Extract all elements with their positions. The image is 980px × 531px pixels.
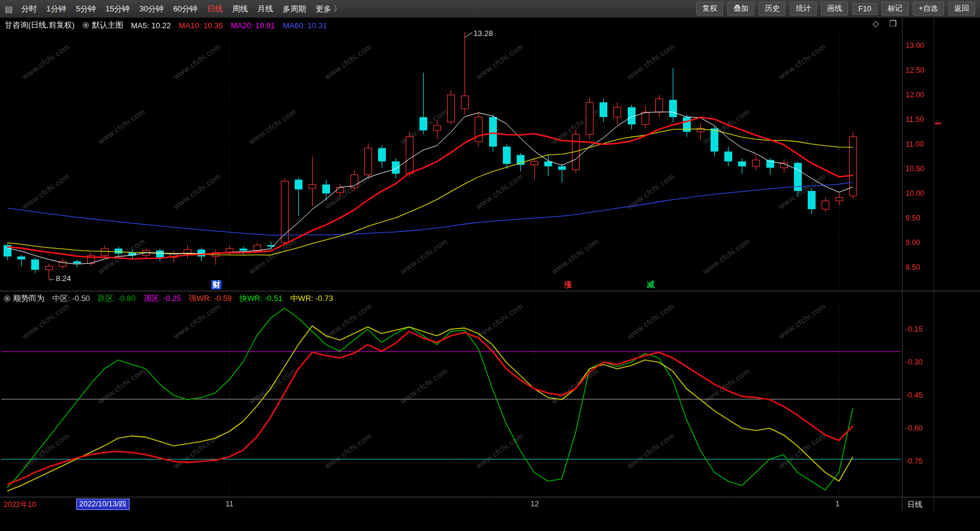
toolbar-period-0[interactable]: 分时 xyxy=(16,2,41,16)
toolbar-action-8[interactable]: 返回 xyxy=(948,2,975,16)
indicator-tick-1: -0.30 xyxy=(906,358,923,366)
toolbar-period-9[interactable]: 多周期 xyxy=(278,2,311,16)
toolbar-period-4[interactable]: 30分钟 xyxy=(134,2,168,16)
toolbar-period-7[interactable]: 周线 xyxy=(227,2,253,16)
indicator-legend-item-2: 顶区: -0.25 xyxy=(143,293,181,304)
price-tick-6: 10.00 xyxy=(906,189,924,198)
main-chart-legend: 甘咨询(日线,前复权) 默认主图 MA5: 10.22MA10: 10.35MA… xyxy=(5,20,327,31)
toggle-circle-icon xyxy=(4,295,11,302)
overlap-window-icon[interactable]: ❐ xyxy=(889,19,897,28)
toolbar-action-6[interactable]: 标记 xyxy=(882,2,909,16)
ma-legend-item-0: MA5: 10.22 xyxy=(131,21,171,30)
ma-legend-item-3: MA60: 10.31 xyxy=(283,21,327,30)
event-marker-1: 涨 xyxy=(563,280,573,290)
indicator-legend-item-3: 强WR: -0.59 xyxy=(189,293,232,304)
toolbar-period-3[interactable]: 15分钟 xyxy=(101,2,134,16)
price-tick-9: 8.50 xyxy=(906,263,920,272)
toolbar-action-2[interactable]: 历史 xyxy=(759,2,786,16)
price-tick-4: 11.00 xyxy=(906,140,924,148)
main-chart-toggle[interactable]: 默认主图 xyxy=(82,20,123,31)
price-tick-5: 10.50 xyxy=(906,165,924,173)
toolbar-action-0[interactable]: 复权 xyxy=(696,2,723,16)
time-label-4: 1 xyxy=(835,500,840,508)
toolbar-period-1[interactable]: 1分钟 xyxy=(41,2,71,16)
ma-legend-item-2: MA20: 10.91 xyxy=(231,21,275,30)
top-toolbar: ▤ 分时1分钟5分钟15分钟30分钟60分钟日线周线月线多周期更多 〉 复权叠加… xyxy=(0,0,980,18)
indicator-legend-item-4: 快WR: -0.51 xyxy=(239,293,283,304)
time-label-0: 2022年10 xyxy=(4,500,36,510)
price-tick-0: 13.00 xyxy=(906,41,924,50)
toolbar-period-2[interactable]: 5分钟 xyxy=(71,2,100,16)
indicator-legend-item-5: 中WR: -0.73 xyxy=(290,293,334,304)
chart-canvas[interactable] xyxy=(0,0,980,531)
price-tick-2: 12.00 xyxy=(906,91,924,99)
indicator-toggle[interactable]: 顺势而为 xyxy=(4,293,44,304)
indicator-tick-0: -0.15 xyxy=(906,325,923,333)
price-tick-7: 9.50 xyxy=(906,214,920,222)
toggle-circle-icon xyxy=(82,22,89,29)
time-label-1: 2022/10/13/四 xyxy=(76,499,130,510)
indicator-tick-4: -0.75 xyxy=(906,457,923,466)
toolbar-period-8[interactable]: 月线 xyxy=(253,2,278,16)
toolbar-action-4[interactable]: 画线 xyxy=(821,2,848,16)
period-tabs: 分时1分钟5分钟15分钟30分钟60分钟日线周线月线多周期更多 〉 xyxy=(16,2,346,16)
menu-icon[interactable]: ▤ xyxy=(5,4,13,14)
toolbar-period-6[interactable]: 日线 xyxy=(202,2,227,16)
toolbar-period-5[interactable]: 60分钟 xyxy=(169,2,202,16)
toolbar-action-3[interactable]: 统计 xyxy=(790,2,817,16)
indicator-tick-2: -0.45 xyxy=(906,391,923,399)
indicator-legend-values: 中区: -0.50跌区: -0.80顶区: -0.25强WR: -0.59快WR… xyxy=(52,293,333,304)
toolbar-action-7[interactable]: +自选 xyxy=(913,2,944,16)
pane-corner-icons: ◇❐ xyxy=(873,19,897,28)
indicator-legend-item-1: 跌区: -0.80 xyxy=(98,293,136,304)
toolbar-action-1[interactable]: 叠加 xyxy=(727,2,754,16)
price-tick-3: 11.50 xyxy=(906,115,924,124)
price-tick-8: 9.00 xyxy=(906,238,920,247)
price-annotation-0: 13.28 xyxy=(473,29,493,38)
toolbar-actions: 复权叠加历史统计画线F10标记+自选返回 xyxy=(696,2,975,16)
bottom-period-label[interactable]: 日线 xyxy=(907,500,922,510)
time-label-2: 11 xyxy=(226,500,233,508)
price-tick-1: 12.50 xyxy=(906,66,924,74)
toolbar-period-10[interactable]: 更多 〉 xyxy=(311,2,346,16)
event-marker-0: 财 xyxy=(211,280,221,290)
time-label-3: 12 xyxy=(531,500,539,508)
price-annotation-1: ←8.24 xyxy=(48,274,71,283)
ma-legend-item-1: MA10: 10.35 xyxy=(179,21,223,30)
stock-title: 甘咨询(日线,前复权) xyxy=(5,20,74,31)
indicator-legend-item-0: 中区: -0.50 xyxy=(52,293,90,304)
trading-app-window: www.cfchi.comwww.cfchi.comwww.cfchi.comw… xyxy=(0,0,980,531)
indicator-tick-3: -0.60 xyxy=(906,424,923,432)
ma-legend-values: MA5: 10.22MA10: 10.35MA20: 10.91MA60: 10… xyxy=(131,21,327,30)
toolbar-action-5[interactable]: F10 xyxy=(852,3,877,15)
indicator-legend: 顺势而为 中区: -0.50跌区: -0.80顶区: -0.25强WR: -0.… xyxy=(4,293,333,304)
diamond-icon[interactable]: ◇ xyxy=(873,19,879,28)
event-marker-2: 减 xyxy=(646,280,656,290)
